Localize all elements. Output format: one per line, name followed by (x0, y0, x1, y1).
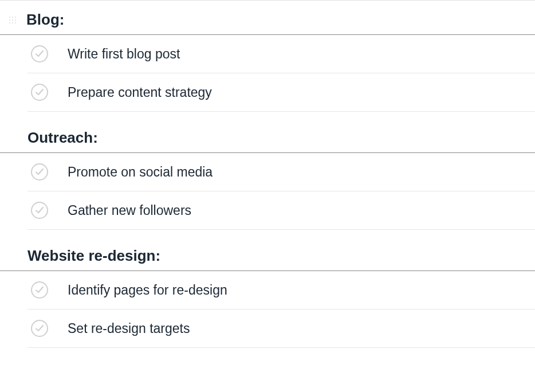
section-title: Blog: (26, 11, 64, 29)
svg-point-5 (15, 19, 16, 20)
task-label: Prepare content strategy (68, 85, 212, 100)
task-label: Set re-design targets (68, 321, 190, 336)
task-label: Gather new followers (68, 203, 191, 218)
section-blog: Blog: Write first blog post Prepare cont… (0, 5, 535, 112)
svg-point-4 (12, 19, 13, 20)
svg-point-8 (15, 22, 16, 23)
task-row[interactable]: Identify pages for re-design (27, 271, 535, 309)
section-title: Website re-design: (27, 247, 160, 265)
task-checkbox[interactable] (31, 45, 48, 62)
svg-point-1 (12, 16, 13, 17)
task-row[interactable]: Gather new followers (27, 191, 535, 230)
svg-point-2 (15, 16, 16, 17)
section-header[interactable]: Blog: (0, 5, 535, 35)
task-checkbox[interactable] (31, 202, 48, 219)
section-title: Outreach: (27, 129, 98, 147)
top-divider (0, 0, 535, 1)
svg-point-6 (9, 22, 10, 23)
svg-point-3 (9, 19, 10, 20)
task-row[interactable]: Set re-design targets (27, 309, 535, 348)
task-list: Identify pages for re-design Set re-desi… (0, 271, 535, 348)
task-row[interactable]: Promote on social media (27, 153, 535, 191)
section-website-redesign: Website re-design: Identify pages for re… (0, 241, 535, 348)
task-checkbox[interactable] (31, 84, 48, 101)
task-checkbox[interactable] (31, 163, 48, 181)
task-checkbox[interactable] (31, 281, 48, 299)
task-checkbox[interactable] (31, 320, 48, 337)
section-header[interactable]: Outreach: (0, 123, 535, 153)
task-row[interactable]: Write first blog post (27, 35, 535, 73)
task-list: Promote on social media Gather new follo… (0, 153, 535, 230)
svg-point-7 (12, 22, 13, 23)
section-header[interactable]: Website re-design: (0, 241, 535, 271)
drag-handle-icon[interactable] (6, 13, 19, 27)
svg-point-0 (9, 16, 10, 17)
task-label: Identify pages for re-design (68, 283, 227, 298)
task-label: Write first blog post (68, 46, 180, 62)
task-row[interactable]: Prepare content strategy (27, 73, 535, 112)
task-list: Write first blog post Prepare content st… (0, 35, 535, 112)
section-outreach: Outreach: Promote on social media Gather… (0, 123, 535, 230)
task-label: Promote on social media (68, 164, 213, 180)
